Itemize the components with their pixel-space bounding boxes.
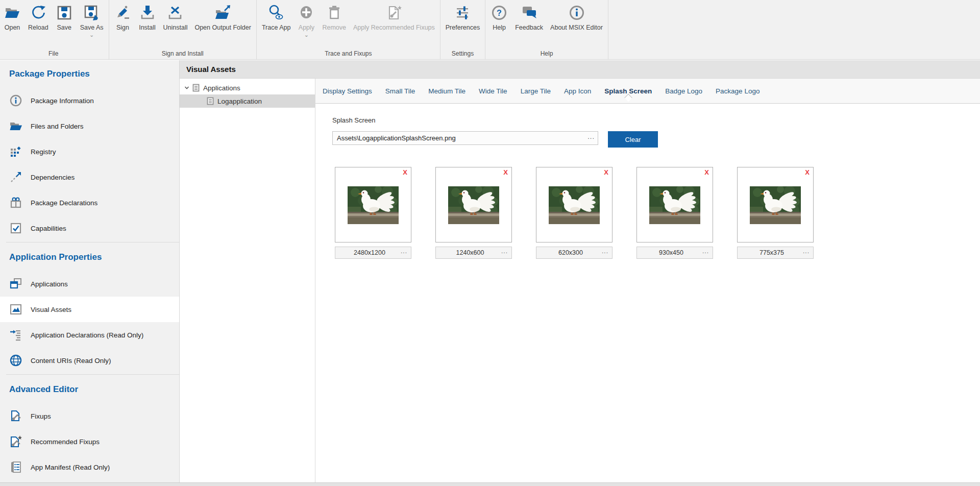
remove-button[interactable]: Remove bbox=[318, 3, 350, 32]
chevron-down-icon: ⌄ bbox=[304, 32, 309, 37]
sign-button[interactable]: Sign bbox=[111, 3, 135, 32]
splash-image-preview: X bbox=[335, 167, 411, 242]
install-button[interactable]: Install bbox=[135, 3, 160, 32]
size-bar[interactable]: 930x450 ... bbox=[636, 247, 713, 259]
sidebar-item-recommended-fixups[interactable]: Recommended Fixups bbox=[0, 429, 179, 454]
toolbar-item-label: Save bbox=[57, 24, 71, 32]
remove-image-button[interactable]: X bbox=[805, 169, 810, 176]
toolbar-separator bbox=[256, 0, 257, 59]
toolbar-group-caption: File bbox=[0, 49, 107, 59]
toolbar-item-label: Sign bbox=[116, 24, 129, 32]
sidebar-item-registry[interactable]: Registry bbox=[0, 139, 179, 164]
toolbar-item-label: Uninstall bbox=[163, 24, 188, 32]
remove-image-button[interactable]: X bbox=[704, 169, 709, 176]
size-bar[interactable]: 1240x600 ... bbox=[435, 247, 512, 259]
tab-badge-logo[interactable]: Badge Logo bbox=[665, 87, 702, 95]
chevron-down-icon[interactable]: ⌄ bbox=[89, 32, 94, 37]
globe-icon bbox=[9, 354, 22, 367]
splash-path-input[interactable]: Assets\LogapplicationSplashScreen.png ..… bbox=[332, 131, 598, 145]
open-button[interactable]: Open bbox=[0, 3, 24, 32]
tab-wide-tile[interactable]: Wide Tile bbox=[479, 87, 507, 95]
open-output-folder-button[interactable]: Open Output Folder bbox=[191, 3, 254, 32]
size-bar[interactable]: 775x375 ... bbox=[737, 247, 814, 259]
more-options-button[interactable]: ... bbox=[602, 248, 608, 255]
applications-tree: Applications Logapplication bbox=[180, 79, 315, 482]
toolbar-separator bbox=[109, 0, 109, 59]
remove-image-button[interactable]: X bbox=[403, 169, 407, 176]
preferences-button[interactable]: Preferences bbox=[442, 3, 483, 32]
toolbar-separator bbox=[608, 0, 608, 59]
apply-button[interactable]: Apply ⌄ bbox=[294, 3, 318, 37]
more-options-button[interactable]: ... bbox=[702, 248, 709, 255]
more-options-button[interactable]: ... bbox=[501, 248, 508, 255]
registry-grid-icon bbox=[9, 145, 22, 158]
reload-button[interactable]: Reload bbox=[24, 3, 52, 32]
reload-icon bbox=[30, 3, 47, 23]
asset-tabs: Display Settings Small Tile Medium Tile … bbox=[315, 79, 980, 104]
ribbon-toolbar: Open Reload Save bbox=[0, 0, 980, 60]
dove-splash-image bbox=[348, 186, 399, 224]
open-output-folder-icon bbox=[214, 3, 232, 23]
size-bar[interactable]: 620x300 ... bbox=[536, 247, 612, 259]
save-button[interactable]: Save bbox=[52, 3, 77, 32]
size-bar[interactable]: 2480x1200 ... bbox=[335, 247, 411, 259]
browse-button[interactable]: ... bbox=[587, 133, 595, 140]
tab-package-logo[interactable]: Package Logo bbox=[716, 87, 760, 95]
sidebar-item-fixups[interactable]: Fixups bbox=[0, 403, 179, 429]
bottom-scrollbar-track[interactable] bbox=[0, 482, 980, 486]
dove-splash-image bbox=[549, 186, 600, 224]
dependency-arrow-icon bbox=[9, 171, 22, 184]
chevron-down-icon[interactable] bbox=[184, 85, 190, 91]
toolbar-group-trace-fixups: Trace App Apply ⌄ Remove bbox=[258, 0, 438, 59]
tab-large-tile[interactable]: Large Tile bbox=[521, 87, 551, 95]
toolbar-group-caption: Sign and Install bbox=[111, 49, 255, 59]
tab-small-tile[interactable]: Small Tile bbox=[385, 87, 415, 95]
toolbar-separator bbox=[485, 0, 485, 59]
sidebar-heading-advanced-editor: Advanced Editor bbox=[0, 376, 179, 403]
tab-splash-screen[interactable]: Splash Screen bbox=[604, 87, 652, 95]
toolbar-item-label: Apply Recommended Fixups bbox=[353, 24, 435, 32]
sidebar-item-content-uris[interactable]: Content URIs (Read Only) bbox=[0, 348, 179, 373]
about-msix-editor-button[interactable]: About MSIX Editor bbox=[547, 3, 606, 32]
tree-item-logapplication[interactable]: Logapplication bbox=[180, 94, 315, 108]
sidebar-item-capabilities[interactable]: Capabilities bbox=[0, 215, 179, 241]
arrow-list-icon bbox=[9, 328, 22, 342]
page-title: Visual Assets bbox=[180, 60, 980, 79]
toolbar-item-label: About MSIX Editor bbox=[550, 24, 603, 32]
sidebar-item-application-declarations[interactable]: Application Declarations (Read Only) bbox=[0, 322, 179, 348]
sidebar-item-package-declarations[interactable]: Package Declarations bbox=[0, 190, 179, 215]
sidebar-item-dependencies[interactable]: Dependencies bbox=[0, 164, 179, 190]
more-options-button[interactable]: ... bbox=[803, 248, 810, 255]
tab-medium-tile[interactable]: Medium Tile bbox=[428, 87, 465, 95]
toolbar-group-settings: Preferences Settings bbox=[442, 0, 483, 59]
sidebar-heading-package-properties: Package Properties bbox=[0, 60, 179, 88]
tab-app-icon[interactable]: App Icon bbox=[564, 87, 591, 95]
sidebar-item-visual-assets[interactable]: Visual Assets bbox=[0, 297, 179, 322]
tree-item-applications[interactable]: Applications bbox=[180, 81, 315, 94]
toolbar-group-caption: Trace and Fixups bbox=[258, 49, 438, 59]
sidebar-item-files-and-folders[interactable]: Files and Folders bbox=[0, 113, 179, 139]
remove-image-button[interactable]: X bbox=[503, 169, 508, 176]
sidebar-item-app-manifest[interactable]: App Manifest (Read Only) bbox=[0, 454, 179, 480]
toolbar-item-label: Feedback bbox=[515, 24, 543, 32]
toolbar-group-help: ? Help Feedback About MSIX Editor bbox=[487, 0, 606, 59]
svg-text:?: ? bbox=[497, 9, 502, 17]
help-button[interactable]: ? Help bbox=[487, 3, 511, 32]
splash-screen-label: Splash Screen bbox=[332, 116, 376, 124]
folder-icon bbox=[9, 119, 22, 133]
sidebar-item-applications[interactable]: Applications bbox=[0, 271, 179, 297]
splash-tile-2480x1200: X 2480x1200 ... bbox=[335, 167, 411, 259]
trace-app-button[interactable]: Trace App bbox=[258, 3, 295, 32]
more-options-button[interactable]: ... bbox=[401, 248, 407, 255]
feedback-button[interactable]: Feedback bbox=[511, 3, 547, 32]
tab-display-settings[interactable]: Display Settings bbox=[323, 87, 372, 95]
checkbox-icon bbox=[9, 222, 22, 235]
save-as-button[interactable]: Save As ⌄ bbox=[77, 3, 107, 37]
apply-plus-icon bbox=[298, 3, 315, 23]
splash-image-preview: X bbox=[636, 167, 713, 242]
remove-image-button[interactable]: X bbox=[604, 169, 608, 176]
sidebar-item-package-information[interactable]: Package Information bbox=[0, 88, 179, 113]
clear-button[interactable]: Clear bbox=[608, 131, 658, 148]
apply-recommended-fixups-button[interactable]: Apply Recommended Fixups bbox=[350, 3, 438, 32]
uninstall-button[interactable]: Uninstall bbox=[160, 3, 191, 32]
